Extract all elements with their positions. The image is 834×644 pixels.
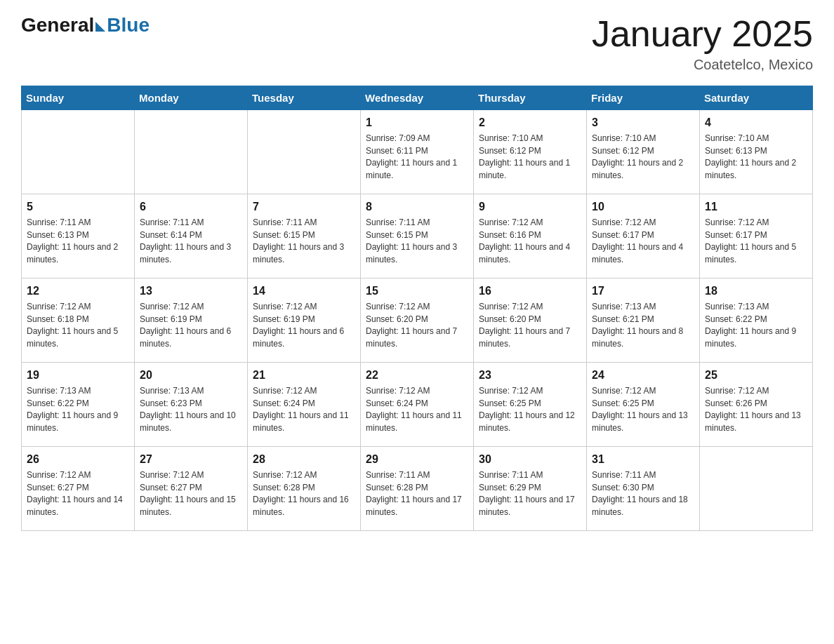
header-day-thursday: Thursday — [474, 86, 587, 110]
day-info: Sunrise: 7:10 AM Sunset: 6:12 PM Dayligh… — [479, 133, 581, 182]
calendar-cell — [248, 110, 361, 194]
calendar-cell: 6Sunrise: 7:11 AM Sunset: 6:14 PM Daylig… — [135, 194, 248, 279]
day-number: 20 — [140, 367, 242, 383]
day-info: Sunrise: 7:12 AM Sunset: 6:17 PM Dayligh… — [592, 217, 694, 266]
day-number: 16 — [479, 283, 581, 299]
logo: General Blue — [21, 14, 150, 36]
calendar-cell — [135, 110, 248, 194]
header-day-friday: Friday — [587, 86, 700, 110]
calendar-cell: 18Sunrise: 7:13 AM Sunset: 6:22 PM Dayli… — [700, 279, 813, 363]
header-day-monday: Monday — [135, 86, 248, 110]
calendar-cell: 28Sunrise: 7:12 AM Sunset: 6:28 PM Dayli… — [248, 447, 361, 531]
day-number: 4 — [705, 114, 807, 130]
calendar-cell: 2Sunrise: 7:10 AM Sunset: 6:12 PM Daylig… — [474, 110, 587, 194]
day-number: 8 — [366, 199, 468, 215]
day-number: 6 — [140, 199, 242, 215]
calendar-week-1: 1Sunrise: 7:09 AM Sunset: 6:11 PM Daylig… — [22, 110, 813, 194]
calendar-cell: 24Sunrise: 7:12 AM Sunset: 6:25 PM Dayli… — [587, 363, 700, 447]
calendar-cell: 22Sunrise: 7:12 AM Sunset: 6:24 PM Dayli… — [361, 363, 474, 447]
day-number: 22 — [366, 367, 468, 383]
day-number: 2 — [479, 114, 581, 130]
day-number: 23 — [479, 367, 581, 383]
calendar-header: SundayMondayTuesdayWednesdayThursdayFrid… — [22, 86, 813, 110]
calendar-cell — [22, 110, 135, 194]
day-info: Sunrise: 7:12 AM Sunset: 6:26 PM Dayligh… — [705, 385, 807, 434]
header-day-tuesday: Tuesday — [248, 86, 361, 110]
calendar-cell: 10Sunrise: 7:12 AM Sunset: 6:17 PM Dayli… — [587, 194, 700, 279]
calendar-cell: 9Sunrise: 7:12 AM Sunset: 6:16 PM Daylig… — [474, 194, 587, 279]
day-number: 31 — [592, 451, 694, 467]
day-number: 5 — [27, 199, 129, 215]
header-day-sunday: Sunday — [22, 86, 135, 110]
calendar-cell: 14Sunrise: 7:12 AM Sunset: 6:19 PM Dayli… — [248, 279, 361, 363]
day-info: Sunrise: 7:10 AM Sunset: 6:13 PM Dayligh… — [705, 133, 807, 182]
day-number: 13 — [140, 283, 242, 299]
day-info: Sunrise: 7:11 AM Sunset: 6:29 PM Dayligh… — [479, 469, 581, 518]
day-info: Sunrise: 7:11 AM Sunset: 6:15 PM Dayligh… — [366, 217, 468, 266]
day-number: 1 — [366, 114, 468, 130]
calendar-cell: 21Sunrise: 7:12 AM Sunset: 6:24 PM Dayli… — [248, 363, 361, 447]
calendar-cell: 12Sunrise: 7:12 AM Sunset: 6:18 PM Dayli… — [22, 279, 135, 363]
calendar-cell: 29Sunrise: 7:11 AM Sunset: 6:28 PM Dayli… — [361, 447, 474, 531]
day-number: 10 — [592, 199, 694, 215]
calendar-cell: 17Sunrise: 7:13 AM Sunset: 6:21 PM Dayli… — [587, 279, 700, 363]
day-number: 19 — [27, 367, 129, 383]
calendar-cell: 4Sunrise: 7:10 AM Sunset: 6:13 PM Daylig… — [700, 110, 813, 194]
calendar-cell: 15Sunrise: 7:12 AM Sunset: 6:20 PM Dayli… — [361, 279, 474, 363]
day-number: 29 — [366, 451, 468, 467]
day-number: 30 — [479, 451, 581, 467]
day-number: 11 — [705, 199, 807, 215]
day-number: 3 — [592, 114, 694, 130]
day-info: Sunrise: 7:11 AM Sunset: 6:30 PM Dayligh… — [592, 469, 694, 518]
calendar-week-5: 26Sunrise: 7:12 AM Sunset: 6:27 PM Dayli… — [22, 447, 813, 531]
calendar-week-2: 5Sunrise: 7:11 AM Sunset: 6:13 PM Daylig… — [22, 194, 813, 279]
day-info: Sunrise: 7:13 AM Sunset: 6:23 PM Dayligh… — [140, 385, 242, 434]
day-info: Sunrise: 7:12 AM Sunset: 6:28 PM Dayligh… — [253, 469, 355, 518]
calendar-cell: 31Sunrise: 7:11 AM Sunset: 6:30 PM Dayli… — [587, 447, 700, 531]
day-number: 7 — [253, 199, 355, 215]
day-number: 12 — [27, 283, 129, 299]
calendar-cell: 3Sunrise: 7:10 AM Sunset: 6:12 PM Daylig… — [587, 110, 700, 194]
calendar-week-3: 12Sunrise: 7:12 AM Sunset: 6:18 PM Dayli… — [22, 279, 813, 363]
day-number: 25 — [705, 367, 807, 383]
calendar-cell: 25Sunrise: 7:12 AM Sunset: 6:26 PM Dayli… — [700, 363, 813, 447]
calendar-cell: 30Sunrise: 7:11 AM Sunset: 6:29 PM Dayli… — [474, 447, 587, 531]
day-info: Sunrise: 7:12 AM Sunset: 6:16 PM Dayligh… — [479, 217, 581, 266]
calendar-cell: 27Sunrise: 7:12 AM Sunset: 6:27 PM Dayli… — [135, 447, 248, 531]
day-info: Sunrise: 7:13 AM Sunset: 6:22 PM Dayligh… — [705, 301, 807, 350]
day-info: Sunrise: 7:12 AM Sunset: 6:20 PM Dayligh… — [366, 301, 468, 350]
calendar-cell: 7Sunrise: 7:11 AM Sunset: 6:15 PM Daylig… — [248, 194, 361, 279]
day-info: Sunrise: 7:12 AM Sunset: 6:18 PM Dayligh… — [27, 301, 129, 350]
calendar-cell: 13Sunrise: 7:12 AM Sunset: 6:19 PM Dayli… — [135, 279, 248, 363]
calendar-week-4: 19Sunrise: 7:13 AM Sunset: 6:22 PM Dayli… — [22, 363, 813, 447]
day-info: Sunrise: 7:11 AM Sunset: 6:13 PM Dayligh… — [27, 217, 129, 266]
day-info: Sunrise: 7:13 AM Sunset: 6:22 PM Dayligh… — [27, 385, 129, 434]
day-number: 14 — [253, 283, 355, 299]
logo-general-text: General — [21, 14, 94, 36]
calendar-cell: 8Sunrise: 7:11 AM Sunset: 6:15 PM Daylig… — [361, 194, 474, 279]
calendar-cell: 20Sunrise: 7:13 AM Sunset: 6:23 PM Dayli… — [135, 363, 248, 447]
day-info: Sunrise: 7:12 AM Sunset: 6:27 PM Dayligh… — [27, 469, 129, 518]
day-number: 15 — [366, 283, 468, 299]
day-number: 9 — [479, 199, 581, 215]
day-info: Sunrise: 7:12 AM Sunset: 6:25 PM Dayligh… — [479, 385, 581, 434]
day-info: Sunrise: 7:09 AM Sunset: 6:11 PM Dayligh… — [366, 133, 468, 182]
day-info: Sunrise: 7:12 AM Sunset: 6:24 PM Dayligh… — [366, 385, 468, 434]
header-row: SundayMondayTuesdayWednesdayThursdayFrid… — [22, 86, 813, 110]
day-number: 28 — [253, 451, 355, 467]
calendar-cell: 26Sunrise: 7:12 AM Sunset: 6:27 PM Dayli… — [22, 447, 135, 531]
day-number: 26 — [27, 451, 129, 467]
day-number: 27 — [140, 451, 242, 467]
calendar-cell: 1Sunrise: 7:09 AM Sunset: 6:11 PM Daylig… — [361, 110, 474, 194]
day-info: Sunrise: 7:11 AM Sunset: 6:14 PM Dayligh… — [140, 217, 242, 266]
day-number: 24 — [592, 367, 694, 383]
day-info: Sunrise: 7:11 AM Sunset: 6:28 PM Dayligh… — [366, 469, 468, 518]
day-number: 21 — [253, 367, 355, 383]
day-info: Sunrise: 7:12 AM Sunset: 6:25 PM Dayligh… — [592, 385, 694, 434]
calendar-cell: 16Sunrise: 7:12 AM Sunset: 6:20 PM Dayli… — [474, 279, 587, 363]
calendar-body: 1Sunrise: 7:09 AM Sunset: 6:11 PM Daylig… — [22, 110, 813, 531]
day-info: Sunrise: 7:11 AM Sunset: 6:15 PM Dayligh… — [253, 217, 355, 266]
calendar-cell — [700, 447, 813, 531]
logo-arrow-icon — [95, 22, 105, 32]
calendar-subtitle: Coatetelco, Mexico — [592, 57, 813, 73]
